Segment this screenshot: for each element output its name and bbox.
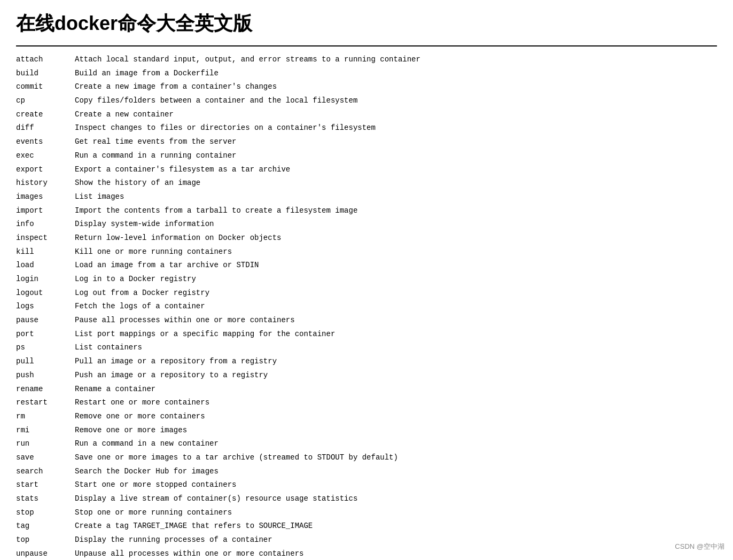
command-description: Log out from a Docker registry [75,286,717,300]
command-name: logs [16,300,75,314]
watermark: CSDN @空中湖 [675,542,724,551]
command-description: Pause all processes within one or more c… [75,314,717,328]
command-description: Start one or more stopped containers [75,478,717,492]
command-row: logoutLog out from a Docker registry [16,286,717,300]
command-name: pause [16,314,75,328]
command-description: List containers [75,341,717,355]
command-row: tagCreate a tag TARGET_IMAGE that refers… [16,519,717,533]
command-row: renameRename a container [16,383,717,396]
section-divider [16,45,717,46]
command-row: loadLoad an image from a tar archive or … [16,259,717,273]
command-description: Inspect changes to files or directories … [75,121,717,135]
command-row: pullPull an image or a repository from a… [16,355,717,369]
command-name: info [16,217,75,231]
command-row: pushPush an image or a repository to a r… [16,369,717,383]
command-name: rename [16,383,75,396]
command-row: portList port mappings or a specific map… [16,328,717,341]
command-row: runRun a command in a new container [16,437,717,451]
command-row: topDisplay the running processes of a co… [16,533,717,547]
command-description: Pull an image or a repository from a reg… [75,355,717,369]
command-name: rm [16,410,75,424]
command-row: pausePause all processes within one or m… [16,314,717,328]
command-description: Run a command in a new container [75,437,717,451]
command-description: Display system-wide information [75,217,717,231]
command-name: logout [16,286,75,300]
command-name: images [16,190,75,204]
command-table: attachAttach local standard input, outpu… [16,53,717,560]
command-description: Stop one or more running containers [75,506,717,520]
command-name: cp [16,94,75,108]
command-row: loginLog in to a Docker registry [16,273,717,286]
command-row: rmRemove one or more containers [16,410,717,424]
command-row: restartRestart one or more containers [16,396,717,410]
command-name: search [16,465,75,479]
command-row: commitCreate a new image from a containe… [16,80,717,94]
command-name: diff [16,121,75,135]
command-row: execRun a command in a running container [16,149,717,163]
command-description: Return low-level information on Docker o… [75,231,717,245]
command-name: run [16,437,75,451]
command-row: infoDisplay system-wide information [16,217,717,231]
command-name: ps [16,341,75,355]
command-row: rmiRemove one or more images [16,424,717,438]
command-description: Attach local standard input, output, and… [75,53,717,67]
command-name: inspect [16,231,75,245]
command-name: commit [16,80,75,94]
command-row: unpauseUnpause all processes within one … [16,547,717,560]
command-name: events [16,135,75,149]
command-description: Push an image or a repository to a regis… [75,369,717,383]
command-name: import [16,204,75,218]
command-name: exec [16,149,75,163]
command-name: restart [16,396,75,410]
command-row: startStart one or more stopped container… [16,478,717,492]
command-description: Kill one or more running containers [75,245,717,259]
command-description: Display a live stream of container(s) re… [75,492,717,506]
command-description: Copy files/folders between a container a… [75,94,717,108]
command-row: importImport the contents from a tarball… [16,204,717,218]
command-row: attachAttach local standard input, outpu… [16,53,717,67]
command-name: save [16,451,75,465]
command-description: List images [75,190,717,204]
command-name: kill [16,245,75,259]
command-description: Create a new image from a container's ch… [75,80,717,94]
command-name: history [16,176,75,190]
command-name: create [16,108,75,122]
command-row: saveSave one or more images to a tar arc… [16,451,717,465]
command-description: Create a tag TARGET_IMAGE that refers to… [75,519,717,533]
command-row: createCreate a new container [16,108,717,122]
command-description: Search the Docker Hub for images [75,465,717,479]
command-description: Get real time events from the server [75,135,717,149]
command-name: port [16,328,75,341]
page-title: 在线docker命令大全英文版 [16,11,717,37]
command-description: Display the running processes of a conta… [75,533,717,547]
command-row: eventsGet real time events from the serv… [16,135,717,149]
command-description: Create a new container [75,108,717,122]
command-name: export [16,163,75,177]
command-row: stopStop one or more running containers [16,506,717,520]
command-description: Log in to a Docker registry [75,273,717,286]
command-name: stats [16,492,75,506]
command-row: cpCopy files/folders between a container… [16,94,717,108]
command-description: List port mappings or a specific mapping… [75,328,717,341]
command-row: exportExport a container's filesystem as… [16,163,717,177]
command-description: Remove one or more containers [75,410,717,424]
command-name: unpause [16,547,75,560]
command-row: psList containers [16,341,717,355]
command-description: Unpause all processes within one or more… [75,547,717,560]
command-description: Import the contents from a tarball to cr… [75,204,717,218]
command-description: Build an image from a Dockerfile [75,67,717,81]
command-name: rmi [16,424,75,438]
command-description: Load an image from a tar archive or STDI… [75,259,717,273]
command-row: historyShow the history of an image [16,176,717,190]
command-description: Restart one or more containers [75,396,717,410]
command-row: searchSearch the Docker Hub for images [16,465,717,479]
command-row: killKill one or more running containers [16,245,717,259]
command-name: build [16,67,75,81]
command-name: pull [16,355,75,369]
command-name: attach [16,53,75,67]
command-name: start [16,478,75,492]
command-row: imagesList images [16,190,717,204]
command-row: inspectReturn low-level information on D… [16,231,717,245]
command-description: Remove one or more images [75,424,717,438]
command-description: Rename a container [75,383,717,396]
